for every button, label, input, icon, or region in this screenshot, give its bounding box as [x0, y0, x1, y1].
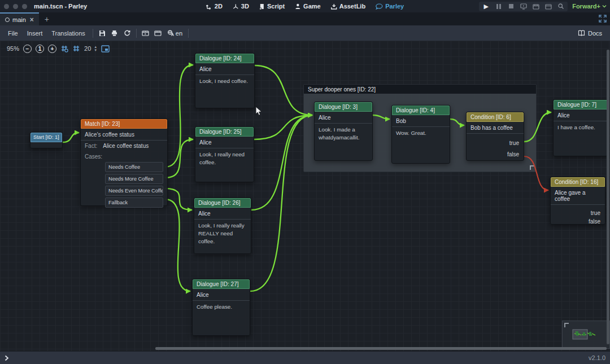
docs-book-icon — [578, 30, 585, 36]
plugin-menubar: File Insert Translations en Docs — [0, 25, 610, 41]
dialogue-node-26[interactable]: Dialogue [ID: 26] Alice Look, I really r… — [194, 198, 251, 254]
dialogue-node-title[interactable]: Dialogue [ID: 7] — [554, 100, 607, 109]
window-minimize-button[interactable] — [13, 4, 18, 9]
case-needs-even-more-coffee[interactable]: Needs Even More Coffee — [105, 186, 163, 196]
renderer-selector[interactable]: Forward+ — [572, 3, 607, 10]
fact-value: Alice coffee status — [103, 143, 149, 149]
docs-button[interactable]: Docs — [573, 30, 607, 37]
toggle-grid-icon[interactable] — [60, 45, 68, 52]
tab-assetlib[interactable]: AssetLib — [326, 0, 370, 12]
window-close-button[interactable] — [4, 4, 9, 9]
menu-translations[interactable]: Translations — [47, 30, 90, 37]
wire-c6-true-to-d7[interactable] — [524, 112, 551, 142]
dialogue-node-title[interactable]: Dialogue [ID: 27] — [193, 279, 250, 289]
wire-case2-to-d25[interactable] — [165, 139, 193, 178]
dialogue-node-title[interactable]: Dialogue [ID: 4] — [392, 106, 450, 115]
pause-button[interactable] — [495, 3, 502, 10]
zoom-in-button[interactable]: + — [48, 45, 56, 53]
minimap-resize-handle[interactable] — [564, 323, 569, 327]
zoom-out-button[interactable]: − — [23, 45, 32, 53]
snap-distance-spinbox[interactable]: 20 ▲▼ — [84, 45, 97, 52]
refresh-button[interactable] — [121, 28, 133, 38]
remote-debug-icon[interactable] — [520, 3, 527, 10]
dialogue-node-7[interactable]: Dialogue [ID: 7] Alice I have a coffee. — [553, 99, 608, 156]
dialogue-node-25[interactable]: Dialogue [ID: 25] Alice Look, I really n… — [195, 126, 254, 182]
bottom-panel-expand-icon[interactable] — [5, 355, 9, 361]
dialogue-node-title[interactable]: Dialogue [ID: 25] — [195, 127, 254, 137]
wire-start-to-match[interactable] — [63, 133, 79, 142]
play-button[interactable]: ▶ — [482, 3, 490, 10]
wire-d24-to-d3[interactable] — [255, 65, 312, 115]
dialogue-node-title[interactable]: Dialogue [ID: 3] — [315, 102, 372, 112]
dialogue-node-title[interactable]: Dialogue [ID: 24] — [195, 54, 254, 63]
tab-3d[interactable]: 3D — [228, 0, 254, 12]
dialogue-text: Wow. Great. — [392, 127, 450, 139]
menu-file[interactable]: File — [3, 30, 23, 37]
dialogue-node-3[interactable]: Dialogue [ID: 3] Alice Look. I made a wh… — [314, 102, 373, 161]
horizontal-scrollbar[interactable] — [0, 347, 610, 350]
match-node-title[interactable]: Match [ID: 23] — [81, 119, 167, 129]
dialogue-node-4[interactable]: Dialogue [ID: 4] Bob Wow. Great. — [391, 105, 450, 164]
condition-node-6[interactable]: Condition [ID: 6] Bob has a coffee true … — [466, 112, 524, 161]
horizontal-scrollbar-thumb[interactable] — [155, 347, 607, 350]
stop-button[interactable] — [507, 3, 515, 10]
spinbox-arrows[interactable]: ▲▼ — [94, 46, 97, 52]
start-node-1[interactable]: Start [ID: 1] — [30, 132, 63, 148]
wire-d3-to-d4[interactable] — [373, 115, 390, 119]
new-tab-button[interactable]: + — [39, 12, 55, 25]
movie-clapper-icon[interactable] — [544, 3, 552, 10]
mouse-cursor — [255, 106, 263, 116]
wire-d25-to-d3[interactable] — [254, 115, 312, 139]
distraction-free-icon[interactable] — [599, 15, 607, 23]
tab-script[interactable]: Script — [255, 0, 289, 12]
case-needs-more-coffee[interactable]: Needs More Coffee — [105, 174, 163, 184]
save-button[interactable] — [96, 28, 108, 38]
tab-2d[interactable]: 2D — [202, 0, 227, 12]
menu-insert[interactable]: Insert — [23, 30, 47, 37]
zoom-reset-button[interactable]: 1 — [36, 45, 44, 53]
toggle-minimap-icon[interactable] — [101, 45, 110, 52]
match-node-23[interactable]: Match [ID: 23] Alice's coffee status Fac… — [80, 119, 168, 206]
close-tab-icon[interactable]: × — [30, 16, 34, 23]
wire-case1-to-d24[interactable] — [165, 65, 193, 167]
wire-d27-to-d3[interactable] — [250, 115, 312, 291]
run-settings-icon[interactable] — [557, 3, 564, 10]
vertical-scrollbar-thumb[interactable] — [607, 50, 609, 344]
match-description: Alice's coffee status — [81, 129, 167, 141]
dialogue-text: I have a coffee. — [554, 121, 607, 134]
export-button[interactable] — [108, 28, 121, 38]
dialogue-node-title[interactable]: Dialogue [ID: 26] — [194, 198, 251, 208]
start-node-title[interactable]: Start [ID: 1] — [30, 133, 62, 142]
condition-node-16[interactable]: Condition [ID: 16] Alice gave a coffee t… — [550, 177, 605, 225]
tab-game-label: Game — [303, 3, 321, 10]
movie-maker-icon[interactable] — [532, 3, 539, 10]
chevron-down-icon — [602, 5, 607, 8]
vertical-scrollbar[interactable] — [607, 41, 609, 351]
dialogue-text: Look, I really really REALLY need coffee… — [194, 220, 251, 248]
window-zoom-button[interactable] — [22, 4, 27, 9]
wire-d4-to-c6[interactable] — [450, 119, 464, 125]
dialogue-character: Alice — [195, 137, 254, 148]
wire-c6-false-to-c16[interactable] — [524, 156, 548, 190]
scene-tab-main[interactable]: main × — [0, 12, 39, 25]
test-dialogue-button[interactable] — [140, 28, 152, 38]
scene-tab-label: main — [12, 16, 26, 23]
tab-game[interactable]: Game — [290, 0, 325, 12]
toggle-snap-icon[interactable] — [72, 45, 80, 52]
dialogue-node-24[interactable]: Dialogue [ID: 24] Alice Look, I need cof… — [195, 53, 255, 108]
zoom-level-label: 95% — [7, 45, 19, 52]
wire-case4-to-d27[interactable] — [165, 199, 190, 291]
assetlib-icon — [331, 3, 337, 10]
condition-node-title[interactable]: Condition [ID: 16] — [551, 177, 605, 187]
dialogue-character: Alice — [195, 63, 254, 75]
dialogue-node-27[interactable]: Dialogue [ID: 27] Alice Coffee please. — [192, 279, 250, 336]
case-fallback[interactable]: Fallback — [105, 198, 163, 208]
locale-selector[interactable]: en — [164, 30, 185, 37]
condition-node-title[interactable]: Condition [ID: 6] — [467, 112, 524, 122]
tab-parley[interactable]: Parley — [371, 0, 408, 12]
dialogue-graph-canvas[interactable]: 95% − 1 + 20 ▲▼ — [0, 41, 610, 351]
test-scene-button[interactable] — [152, 28, 164, 38]
graph-minimap[interactable] — [562, 321, 610, 349]
main-screen-switcher: 2D 3D Script Game AssetLib Parley — [202, 0, 408, 12]
case-needs-coffee[interactable]: Needs Coffee — [105, 162, 163, 172]
